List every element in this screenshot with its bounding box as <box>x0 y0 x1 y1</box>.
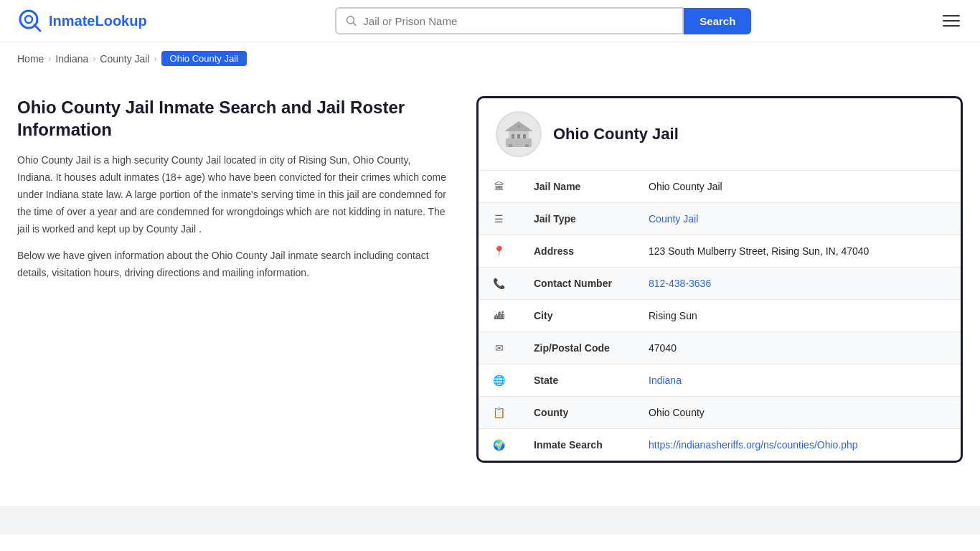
row-label: Zip/Postal Code <box>519 332 634 364</box>
row-label: State <box>519 364 634 397</box>
row-icon: 📋 <box>479 397 519 429</box>
search-input[interactable] <box>363 15 674 27</box>
logo-icon <box>17 8 43 34</box>
breadcrumb-home[interactable]: Home <box>17 53 44 65</box>
svg-rect-13 <box>525 144 529 147</box>
row-label: Contact Number <box>519 268 634 300</box>
breadcrumb-county-jail[interactable]: County Jail <box>100 53 149 65</box>
hamburger-line-2 <box>943 20 960 22</box>
search-button[interactable]: Search <box>684 8 751 34</box>
info-table: 🏛Jail NameOhio County Jail☰Jail TypeCoun… <box>479 171 961 461</box>
breadcrumb-sep-3: › <box>154 54 157 64</box>
breadcrumb-sep-1: › <box>48 54 51 64</box>
row-value: Rising Sun <box>634 300 961 332</box>
row-icon: 📞 <box>479 268 519 300</box>
row-label: Inmate Search <box>519 429 634 461</box>
row-value[interactable]: 812-438-3636 <box>634 268 961 300</box>
table-row: 📞Contact Number812-438-3636 <box>479 268 961 300</box>
table-row: 🏛Jail NameOhio County Jail <box>479 171 961 203</box>
breadcrumb-current: Ohio County Jail <box>161 51 247 66</box>
row-value[interactable]: Indiana <box>634 364 961 397</box>
table-row: 🌍Inmate Searchhttps://indianasheriffs.or… <box>479 429 961 461</box>
facility-image <box>496 111 542 157</box>
svg-rect-10 <box>523 134 526 138</box>
row-value: Ohio County Jail <box>634 171 961 203</box>
row-link[interactable]: County Jail <box>649 213 698 225</box>
card-title: Ohio County Jail <box>553 125 679 143</box>
breadcrumb-indiana[interactable]: Indiana <box>55 53 88 65</box>
row-value[interactable]: https://indianasheriffs.org/ns/counties/… <box>634 429 961 461</box>
breadcrumb-sep-2: › <box>93 54 95 64</box>
logo-text: InmateLookup <box>49 13 147 29</box>
svg-line-4 <box>353 22 356 25</box>
svg-rect-8 <box>512 134 514 138</box>
facility-card: Ohio County Jail 🏛Jail NameOhio County J… <box>476 96 963 463</box>
footer <box>0 506 980 534</box>
svg-point-1 <box>25 16 32 23</box>
card-header: Ohio County Jail <box>479 98 961 171</box>
row-value: 47040 <box>634 332 961 364</box>
description-para-1: Ohio County Jail is a high security Coun… <box>17 152 448 237</box>
table-row: ☰Jail TypeCounty Jail <box>479 203 961 235</box>
left-section: Ohio County Jail Inmate Search and Jail … <box>17 96 476 292</box>
row-label: Jail Type <box>519 203 634 235</box>
courthouse-icon <box>503 118 534 150</box>
search-area: Search <box>335 7 751 34</box>
table-row: ✉Zip/Postal Code47040 <box>479 332 961 364</box>
row-label: Address <box>519 235 634 268</box>
svg-rect-9 <box>517 134 520 138</box>
search-input-wrapper <box>335 7 684 34</box>
hamburger-line-3 <box>943 25 960 27</box>
svg-rect-12 <box>509 144 512 147</box>
hamburger-menu[interactable] <box>940 12 963 29</box>
breadcrumb: Home › Indiana › County Jail › Ohio Coun… <box>0 42 980 75</box>
table-row: 🌐StateIndiana <box>479 364 961 397</box>
row-link[interactable]: https://indianasheriffs.org/ns/counties/… <box>649 439 858 451</box>
row-label: City <box>519 300 634 332</box>
row-icon: 🌐 <box>479 364 519 397</box>
row-icon: ✉ <box>479 332 519 364</box>
row-icon: ☰ <box>479 203 519 235</box>
row-icon: 📍 <box>479 235 519 268</box>
page-title: Ohio County Jail Inmate Search and Jail … <box>17 96 448 141</box>
row-icon: 🏙 <box>479 300 519 332</box>
row-icon: 🌍 <box>479 429 519 461</box>
table-row: 🏙CityRising Sun <box>479 300 961 332</box>
row-link[interactable]: Indiana <box>649 375 682 386</box>
row-value[interactable]: County Jail <box>634 203 961 235</box>
row-link[interactable]: 812-438-3636 <box>649 278 711 289</box>
svg-line-2 <box>34 25 40 31</box>
description-para-2: Below we have given information about th… <box>17 248 448 282</box>
main-content: Ohio County Jail Inmate Search and Jail … <box>0 75 980 491</box>
row-label: County <box>519 397 634 429</box>
search-icon <box>345 14 357 27</box>
site-header: InmateLookup Search <box>0 0 980 42</box>
row-label: Jail Name <box>519 171 634 203</box>
svg-point-11 <box>517 125 520 128</box>
table-row: 📍Address123 South Mulberry Street, Risin… <box>479 235 961 268</box>
logo-link[interactable]: InmateLookup <box>17 8 147 34</box>
row-value: 123 South Mulberry Street, Rising Sun, I… <box>634 235 961 268</box>
row-icon: 🏛 <box>479 171 519 203</box>
hamburger-line-1 <box>943 15 960 17</box>
table-row: 📋CountyOhio County <box>479 397 961 429</box>
row-value: Ohio County <box>634 397 961 429</box>
